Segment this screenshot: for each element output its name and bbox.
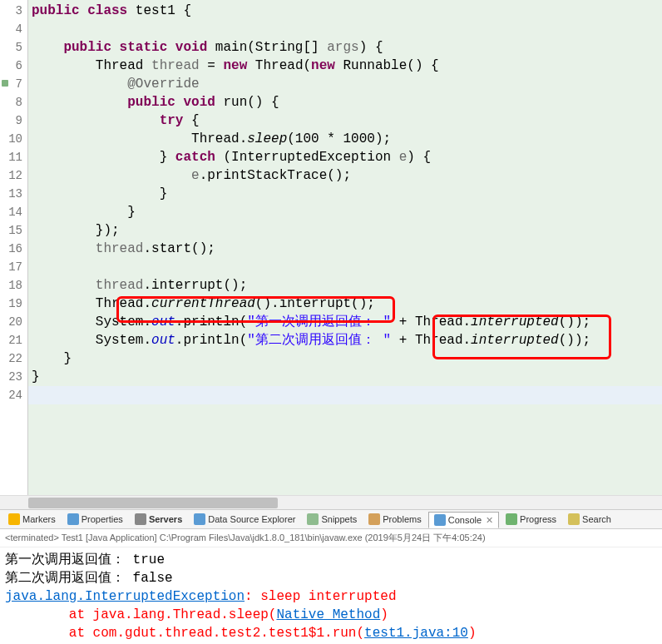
tab-icon bbox=[506, 513, 517, 525]
code-line[interactable]: System.out.println("第一次调用返回值： " + Thread… bbox=[28, 313, 662, 331]
stacktrace-link[interactable]: test1.java:10 bbox=[364, 626, 468, 641]
line-number: 3 bbox=[0, 2, 27, 20]
code-line[interactable]: } catch (InterruptedException e) { bbox=[28, 148, 662, 166]
code-line[interactable] bbox=[28, 20, 662, 38]
tab-icon bbox=[194, 513, 205, 525]
code-line[interactable]: Thread thread = new Thread(new Runnable(… bbox=[28, 57, 662, 75]
view-tab-snippets[interactable]: Snippets bbox=[302, 512, 362, 527]
tab-label: Data Source Explorer bbox=[208, 514, 295, 524]
tab-label: Properties bbox=[82, 514, 123, 524]
code-line[interactable]: } bbox=[28, 368, 662, 386]
line-number: 21 bbox=[0, 331, 27, 349]
tab-icon bbox=[307, 513, 319, 525]
line-number: 19 bbox=[0, 295, 27, 313]
code-line[interactable]: public static void main(String[] args) { bbox=[28, 38, 662, 57]
console-line: at com.gdut.thread.test2.test1$1.run(tes… bbox=[5, 624, 657, 642]
code-line[interactable] bbox=[28, 258, 662, 276]
view-tab-data-source-explorer[interactable]: Data Source Explorer bbox=[189, 512, 300, 527]
console-process-label: <terminated> Test1 [Java Application] C:… bbox=[0, 529, 662, 547]
code-line[interactable]: } bbox=[28, 185, 662, 203]
code-line[interactable]: @Override bbox=[28, 75, 662, 93]
code-line[interactable]: } bbox=[28, 203, 662, 221]
view-tab-servers[interactable]: Servers bbox=[130, 512, 187, 527]
code-line[interactable]: } bbox=[28, 349, 662, 368]
line-number: 14 bbox=[0, 203, 27, 221]
line-number: 9 bbox=[0, 111, 27, 130]
line-number: 11 bbox=[0, 148, 27, 166]
console-line: at java.lang.Thread.sleep(Native Method) bbox=[5, 606, 657, 624]
code-line[interactable]: }); bbox=[28, 221, 662, 240]
scrollbar-thumb[interactable] bbox=[28, 498, 278, 508]
view-tab-problems[interactable]: Problems bbox=[363, 512, 426, 527]
view-tab-console[interactable]: Console✕ bbox=[428, 512, 499, 528]
code-line[interactable]: try { bbox=[28, 111, 662, 130]
console-line: 第一次调用返回值： true bbox=[5, 551, 657, 569]
tab-icon bbox=[8, 513, 20, 525]
code-line[interactable]: public class test1 { bbox=[28, 2, 662, 20]
horizontal-scrollbar[interactable] bbox=[0, 495, 662, 509]
code-line[interactable]: public void run() { bbox=[28, 93, 662, 111]
code-editor[interactable]: 3456789101112131415161718192021222324 pu… bbox=[0, 0, 662, 495]
line-number: 7 bbox=[0, 75, 27, 93]
code-line[interactable]: Thread.currentThread().interrupt(); bbox=[28, 295, 662, 313]
line-number: 20 bbox=[0, 313, 27, 331]
line-number: 5 bbox=[0, 38, 27, 57]
tab-icon bbox=[568, 513, 580, 525]
view-tab-search[interactable]: Search bbox=[563, 512, 616, 527]
line-number: 22 bbox=[0, 349, 27, 368]
view-tab-properties[interactable]: Properties bbox=[62, 512, 128, 527]
tab-label: Servers bbox=[149, 514, 182, 524]
view-tab-progress[interactable]: Progress bbox=[501, 512, 561, 527]
stacktrace-link[interactable]: java.lang.InterruptedException bbox=[5, 589, 245, 604]
code-line[interactable] bbox=[28, 386, 662, 404]
console-line: java.lang.InterruptedException: sleep in… bbox=[5, 587, 657, 606]
code-line[interactable]: thread.start(); bbox=[28, 240, 662, 258]
line-number: 17 bbox=[0, 258, 27, 276]
tab-label: Progress bbox=[520, 514, 556, 524]
stacktrace-link[interactable]: Native Method bbox=[276, 607, 380, 622]
code-line[interactable]: System.out.println("第二次调用返回值： " + Thread… bbox=[28, 331, 662, 349]
view-tab-markers[interactable]: Markers bbox=[3, 512, 61, 527]
tab-icon bbox=[135, 513, 146, 525]
console-line: 第二次调用返回值： false bbox=[5, 569, 657, 587]
console-output[interactable]: 第一次调用返回值： true第二次调用返回值： falsejava.lang.I… bbox=[0, 547, 662, 644]
line-number: 16 bbox=[0, 240, 27, 258]
line-number: 18 bbox=[0, 276, 27, 295]
line-number-gutter: 3456789101112131415161718192021222324 bbox=[0, 0, 28, 495]
code-line[interactable]: thread.interrupt(); bbox=[28, 276, 662, 295]
line-number: 10 bbox=[0, 130, 27, 148]
code-line[interactable]: Thread.sleep(100 * 1000); bbox=[28, 130, 662, 148]
tab-icon bbox=[67, 513, 79, 525]
line-number: 24 bbox=[0, 386, 27, 404]
line-number: 13 bbox=[0, 185, 27, 203]
views-tabbar[interactable]: MarkersPropertiesServersData Source Expl… bbox=[0, 509, 662, 529]
tab-icon bbox=[434, 514, 446, 526]
line-number: 6 bbox=[0, 57, 27, 75]
code-line[interactable]: e.printStackTrace(); bbox=[28, 166, 662, 185]
line-number: 12 bbox=[0, 166, 27, 185]
tab-label: Console bbox=[448, 515, 482, 525]
tab-label: Search bbox=[582, 514, 611, 524]
close-icon[interactable]: ✕ bbox=[486, 515, 493, 526]
code-area[interactable]: public class test1 { public static void … bbox=[28, 0, 662, 495]
line-number: 4 bbox=[0, 20, 27, 38]
line-number: 8 bbox=[0, 93, 27, 111]
line-number: 15 bbox=[0, 221, 27, 240]
tab-label: Markers bbox=[22, 514, 56, 524]
tab-label: Problems bbox=[383, 514, 421, 524]
tab-icon bbox=[368, 513, 380, 525]
tab-label: Snippets bbox=[321, 514, 357, 524]
line-number: 23 bbox=[0, 368, 27, 386]
